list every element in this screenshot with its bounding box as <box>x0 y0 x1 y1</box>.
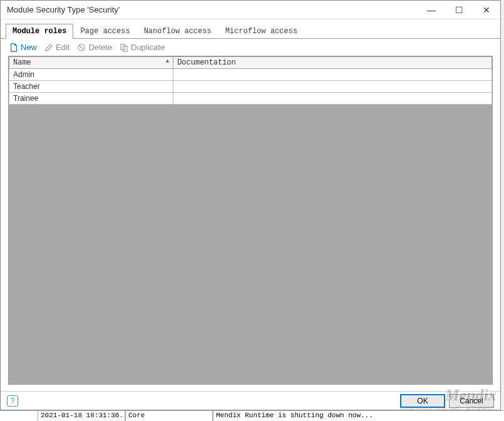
button-label: OK <box>417 397 428 405</box>
toolbar-label: Delete <box>88 43 112 52</box>
tab-page-access[interactable]: Page access <box>73 24 136 39</box>
minimize-icon: — <box>427 5 436 15</box>
status-cell-empty <box>0 411 38 421</box>
toolbar-label: New <box>21 43 37 52</box>
titlebar: Module Security Type 'Security' — ☐ ✕ <box>1 1 500 19</box>
maximize-icon: ☐ <box>455 5 463 15</box>
cell-name: Admin <box>9 69 173 81</box>
cell-name: Teacher <box>9 81 173 93</box>
tab-module-roles[interactable]: Module roles <box>6 24 73 39</box>
cell-documentation <box>173 69 492 81</box>
column-header-name[interactable]: Name ▲ <box>9 57 173 69</box>
toolbar-label: Edit <box>56 43 69 52</box>
delete-icon <box>77 43 86 52</box>
tab-label: Page access <box>80 27 130 36</box>
roles-table: Name ▲ Documentation Admin Teacher <box>9 56 492 105</box>
ok-button[interactable]: OK <box>400 394 445 408</box>
tab-label: Module roles <box>13 27 66 36</box>
duplicate-button[interactable]: Duplicate <box>120 43 165 52</box>
help-button[interactable]: ? <box>7 395 18 407</box>
maximize-button[interactable]: ☐ <box>445 1 473 19</box>
edit-button[interactable]: Edit <box>44 43 69 52</box>
close-button[interactable]: ✕ <box>473 1 500 19</box>
table-container: Name ▲ Documentation Admin Teacher <box>8 56 493 385</box>
delete-button[interactable]: Delete <box>77 43 112 52</box>
tab-nanoflow-access[interactable]: Nanoflow access <box>137 24 219 39</box>
cell-name: Trainee <box>9 93 173 105</box>
table-row[interactable]: Trainee <box>9 93 492 105</box>
status-module: Core <box>125 411 213 421</box>
new-button[interactable]: New <box>9 43 37 52</box>
toolbar-label: Duplicate <box>131 43 165 52</box>
column-header-documentation[interactable]: Documentation <box>173 57 492 69</box>
column-label: Documentation <box>177 58 236 67</box>
dialog-footer: ? OK Cancel <box>1 391 500 410</box>
new-file-icon <box>9 43 18 52</box>
pencil-icon <box>44 43 53 52</box>
dialog-window: Module Security Type 'Security' — ☐ ✕ Mo… <box>0 0 501 410</box>
tab-label: Microflow access <box>225 27 297 36</box>
cell-documentation <box>173 81 492 93</box>
duplicate-icon <box>120 43 128 52</box>
button-label: Cancel <box>460 397 483 405</box>
help-icon: ? <box>11 397 15 405</box>
status-timestamp: 2021-01-18 18:31:36... <box>38 411 125 421</box>
table-row[interactable]: Teacher <box>9 81 492 93</box>
table-row[interactable]: Admin <box>9 69 492 81</box>
tab-label: Nanoflow access <box>144 27 212 36</box>
close-icon: ✕ <box>483 5 490 15</box>
window-title: Module Security Type 'Security' <box>7 5 418 14</box>
column-label: Name <box>13 58 31 67</box>
status-message: Mendix Runtime is shutting down now... <box>213 411 504 421</box>
tab-microflow-access[interactable]: Microflow access <box>219 24 304 39</box>
toolbar: New Edit Delete Duplicate <box>1 39 500 56</box>
cell-documentation <box>173 93 492 105</box>
sort-asc-icon: ▲ <box>166 58 169 65</box>
status-bar: 2021-01-18 18:31:36... Core Mendix Runti… <box>0 410 504 421</box>
window-controls: — ☐ ✕ <box>418 1 500 19</box>
tab-bar: Module roles Page access Nanoflow access… <box>1 19 500 39</box>
table-header-row: Name ▲ Documentation <box>9 57 492 69</box>
minimize-button[interactable]: — <box>418 1 445 19</box>
cancel-button[interactable]: Cancel <box>449 394 494 408</box>
